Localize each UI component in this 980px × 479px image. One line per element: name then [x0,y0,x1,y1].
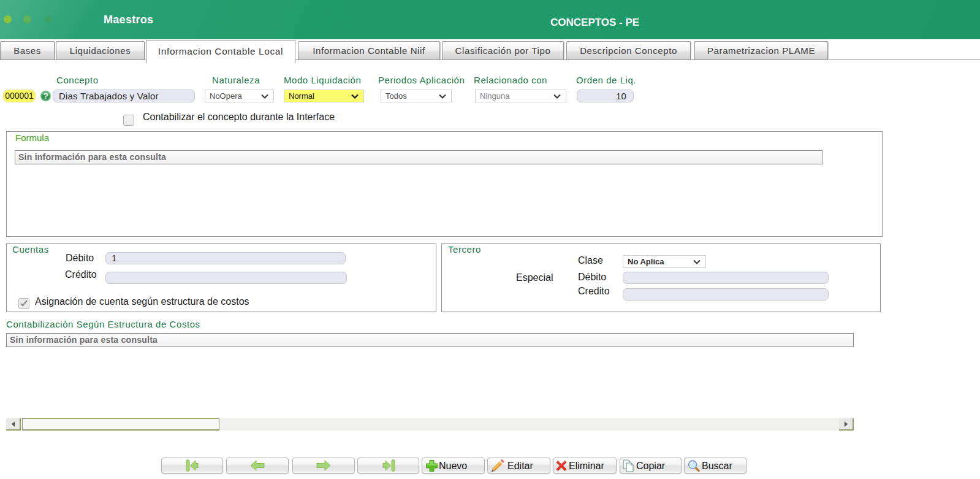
svg-text:?: ? [43,91,48,101]
